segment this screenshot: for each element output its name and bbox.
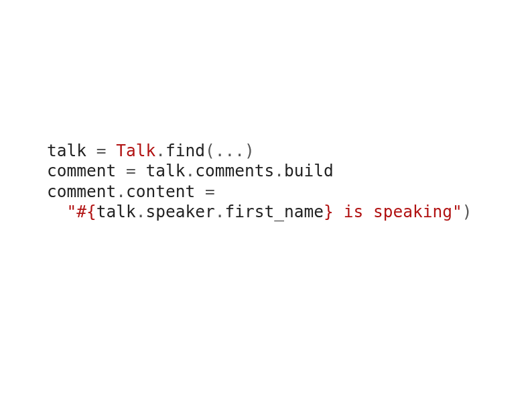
code-token: Talk bbox=[116, 141, 155, 160]
code-token: comments bbox=[195, 161, 274, 180]
code-token: build bbox=[284, 161, 334, 180]
code-token: find bbox=[165, 141, 205, 160]
code-token: = bbox=[205, 182, 215, 201]
code-token: (...) bbox=[205, 141, 255, 160]
code-token: . bbox=[274, 161, 284, 180]
code-token: . bbox=[186, 161, 196, 180]
code-token: content bbox=[126, 182, 205, 201]
code-token: comment bbox=[47, 161, 126, 180]
code-token: . bbox=[215, 202, 225, 221]
code-token: speaker bbox=[146, 202, 215, 221]
code-token: talk bbox=[47, 141, 96, 160]
code-token bbox=[47, 202, 67, 221]
code-token: ) bbox=[462, 202, 472, 221]
code-token: is speaking" bbox=[334, 202, 462, 221]
code-token: . bbox=[136, 202, 146, 221]
code-token: first_name bbox=[225, 202, 324, 221]
code-token: . bbox=[116, 182, 126, 201]
code-token: comment bbox=[47, 182, 116, 201]
code-token: = bbox=[126, 161, 146, 180]
code-token: = bbox=[96, 141, 117, 160]
code-token: } bbox=[324, 202, 334, 221]
code-token: talk bbox=[96, 202, 136, 221]
code-block: talk = Talk.find(...) comment = talk.com… bbox=[47, 141, 472, 223]
code-token: talk bbox=[146, 161, 186, 180]
code-token: . bbox=[155, 141, 165, 160]
code-token: "#{ bbox=[67, 202, 96, 221]
slide: talk = Talk.find(...) comment = talk.com… bbox=[0, 0, 532, 399]
